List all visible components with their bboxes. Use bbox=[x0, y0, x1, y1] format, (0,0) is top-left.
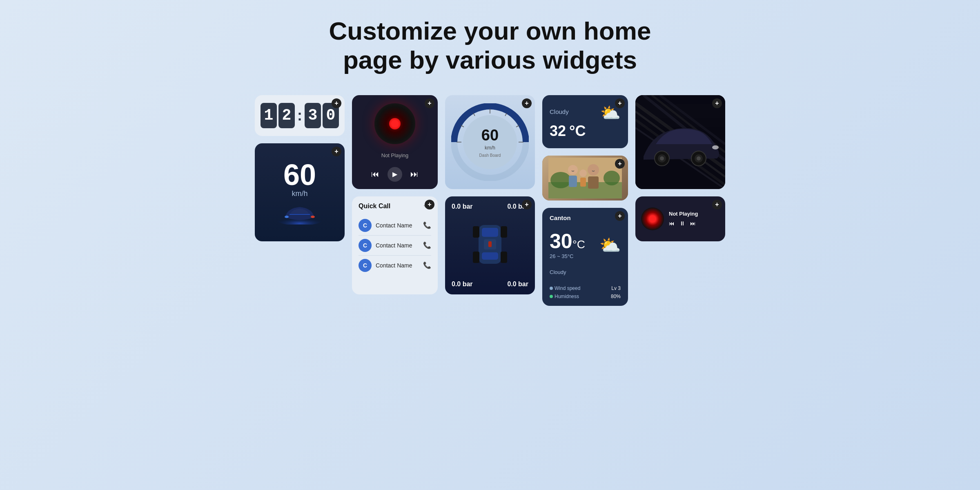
clock-min1: 3 bbox=[305, 103, 321, 128]
svg-rect-30 bbox=[569, 176, 577, 187]
wind-label: Wind speed bbox=[550, 285, 580, 291]
svg-point-48 bbox=[660, 156, 664, 160]
weather-widget-top: + Cloudy ⛅ 32°C bbox=[542, 95, 628, 148]
quick-call-header: Quick Call 👁 bbox=[359, 202, 431, 211]
small-pause-button[interactable]: ⏸ bbox=[679, 220, 685, 227]
small-prev-button[interactable]: ⏮ bbox=[669, 220, 675, 227]
contact-avatar-1: C bbox=[359, 219, 372, 232]
speed-value: 60 bbox=[283, 160, 316, 189]
contact-item-1[interactable]: C Contact Name 📞 bbox=[359, 216, 431, 236]
svg-rect-24 bbox=[488, 241, 492, 247]
svg-point-2 bbox=[311, 216, 315, 218]
gauge-svg: 60 km/h Dash Board bbox=[451, 103, 529, 181]
tire-top-left: 0.0 bar bbox=[452, 203, 473, 210]
canton-weather-widget: + Canton 30°C 26 ~ 35°C ⛅ Cloudy Wind sp… bbox=[542, 208, 628, 306]
humidity-label: Humidness bbox=[550, 294, 579, 299]
small-music-controls: ⏮ ⏸ ⏭ bbox=[669, 220, 719, 227]
contact-item-3[interactable]: C Contact Name 📞 bbox=[359, 256, 431, 275]
family-photo-widget: + bbox=[542, 156, 628, 200]
quick-call-widget: + Quick Call 👁 C Contact Name 📞 C Contac… bbox=[352, 196, 438, 294]
svg-point-29 bbox=[568, 165, 578, 175]
vinyl-record bbox=[374, 103, 415, 144]
tire-add-button[interactable]: + bbox=[522, 200, 532, 209]
svg-text:60: 60 bbox=[481, 127, 499, 144]
photo-add-button[interactable]: + bbox=[615, 159, 625, 169]
svg-rect-22 bbox=[473, 252, 479, 263]
canton-add-button[interactable]: + bbox=[615, 211, 625, 221]
wind-value: Lv 3 bbox=[611, 285, 621, 291]
weather-condition: Cloudy bbox=[550, 108, 569, 115]
small-vinyl-record bbox=[641, 207, 664, 230]
canton-condition: Cloudy bbox=[550, 269, 621, 275]
call-icon-2[interactable]: 📞 bbox=[423, 241, 431, 249]
music-player-widget: + Not Playing ⏮ ▶ ⏭ bbox=[352, 95, 438, 189]
svg-rect-17 bbox=[482, 228, 498, 237]
contact-item-2[interactable]: C Contact Name 📞 bbox=[359, 236, 431, 256]
car-illustration bbox=[275, 202, 324, 225]
music-controls: ⏮ ▶ ⏭ bbox=[371, 167, 419, 182]
tire-widget: + 0.0 bar 0.0 bar bbox=[445, 196, 535, 294]
clock-add-button[interactable]: + bbox=[332, 98, 341, 108]
canton-temp: 30°C 26 ~ 35°C bbox=[550, 231, 585, 259]
contact-name-1: Contact Name bbox=[376, 222, 419, 229]
speed-large-add-button[interactable]: + bbox=[332, 147, 341, 156]
music-add-button[interactable]: + bbox=[425, 98, 434, 108]
next-button[interactable]: ⏭ bbox=[410, 169, 419, 179]
clock-widget: + 1 2 : 3 0 bbox=[255, 95, 345, 136]
small-music-info: Not Playing ⏮ ⏸ ⏭ bbox=[669, 211, 719, 227]
quick-call-add-button[interactable]: + bbox=[425, 200, 434, 209]
svg-point-27 bbox=[550, 172, 571, 188]
family-illustration bbox=[548, 158, 622, 198]
humidity-value: 80% bbox=[611, 294, 621, 299]
car-photo-widget: + bbox=[635, 95, 725, 189]
svg-rect-18 bbox=[482, 252, 498, 260]
canton-city: Canton bbox=[550, 214, 621, 221]
canton-temp-row: 30°C 26 ~ 35°C ⛅ bbox=[550, 231, 621, 259]
svg-point-31 bbox=[588, 164, 599, 176]
tire-bottom-right: 0.0 bar bbox=[507, 281, 528, 288]
contact-avatar-2: C bbox=[359, 239, 372, 252]
gauge-widget: + bbox=[445, 95, 535, 189]
svg-rect-34 bbox=[580, 178, 586, 187]
small-music-status: Not Playing bbox=[669, 211, 719, 217]
contact-name-2: Contact Name bbox=[376, 242, 419, 249]
canton-range: 26 ~ 35°C bbox=[550, 253, 585, 259]
car-top-view bbox=[470, 219, 510, 272]
svg-rect-32 bbox=[588, 176, 599, 189]
quick-call-title: Quick Call bbox=[359, 203, 390, 210]
car-photo-add-button[interactable]: + bbox=[712, 98, 722, 108]
speed-large-widget: + 60 km/h bbox=[255, 143, 345, 241]
svg-point-28 bbox=[604, 171, 620, 185]
contact-name-3: Contact Name bbox=[376, 262, 419, 269]
small-music-widget: + Not Playing ⏮ ⏸ ⏭ bbox=[635, 196, 725, 241]
tire-bottom-left: 0.0 bar bbox=[452, 281, 473, 288]
weather-top-add-button[interactable]: + bbox=[615, 98, 625, 108]
music-status: Not Playing bbox=[381, 152, 408, 158]
small-music-add-button[interactable]: + bbox=[712, 200, 722, 209]
canton-details: Wind speed Lv 3 Humidness 80% bbox=[550, 285, 621, 299]
small-next-button[interactable]: ⏭ bbox=[690, 220, 696, 227]
weather-condition-row: Cloudy ⛅ bbox=[550, 103, 621, 122]
humidity-detail: Humidness 80% bbox=[550, 294, 621, 299]
contact-avatar-3: C bbox=[359, 259, 372, 272]
call-icon-1[interactable]: 📞 bbox=[423, 221, 431, 229]
svg-point-33 bbox=[579, 169, 587, 177]
tire-top-row: 0.0 bar 0.0 bar bbox=[452, 203, 528, 210]
clock-hour2: 2 bbox=[278, 103, 295, 128]
speed-unit: km/h bbox=[292, 189, 307, 198]
prev-button[interactable]: ⏮ bbox=[371, 169, 379, 179]
gauge-add-button[interactable]: + bbox=[522, 98, 532, 108]
clock-hour1: 1 bbox=[261, 103, 277, 128]
svg-point-49 bbox=[697, 156, 701, 160]
weather-temperature: 32°C bbox=[550, 122, 621, 140]
canton-weather-icon: ⛅ bbox=[599, 235, 621, 255]
play-button[interactable]: ▶ bbox=[388, 167, 402, 182]
call-icon-3[interactable]: 📞 bbox=[423, 261, 431, 269]
vinyl-center bbox=[389, 118, 401, 129]
svg-rect-23 bbox=[501, 252, 507, 263]
clock-colon: : bbox=[296, 107, 303, 124]
svg-text:km/h: km/h bbox=[485, 145, 495, 151]
car-photo-svg bbox=[635, 95, 725, 189]
svg-rect-20 bbox=[473, 226, 479, 238]
tire-bottom-row: 0.0 bar 0.0 bar bbox=[452, 281, 528, 288]
